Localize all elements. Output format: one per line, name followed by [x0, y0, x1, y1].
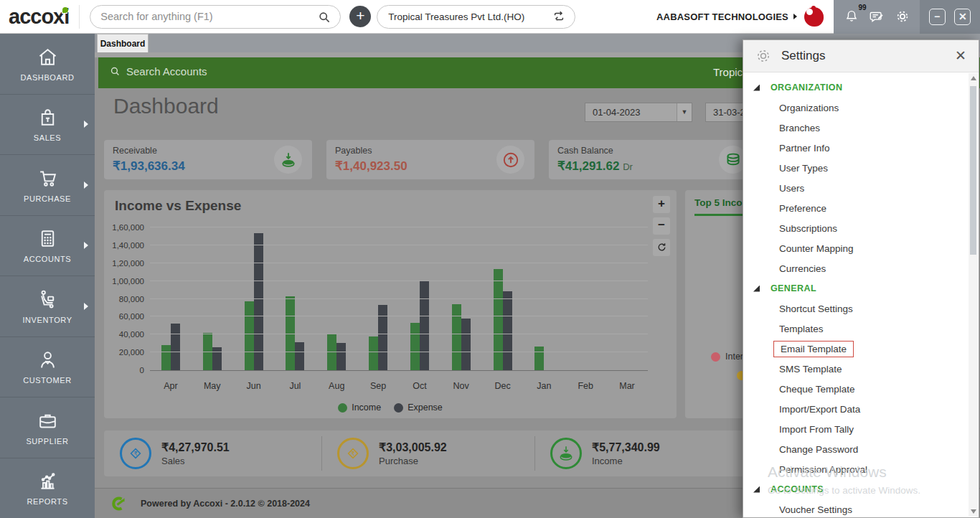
settings-item-user-types[interactable]: User Types: [743, 158, 979, 178]
sidebar-item-supplier[interactable]: SUPPLIER: [0, 397, 95, 458]
card-label: Receivable: [113, 146, 157, 156]
total-purchase[interactable]: ₹₹3,03,005.92Purchase: [321, 430, 534, 476]
sidebar-item-label: SUPPLIER: [26, 437, 68, 446]
settings-title: Settings: [781, 49, 825, 63]
settings-item-templates[interactable]: Templates: [743, 319, 979, 339]
refresh-icon: [656, 242, 667, 253]
global-search-input[interactable]: [100, 11, 316, 22]
search-accounts-icon: [109, 65, 121, 77]
zoom-out-button[interactable]: −: [653, 217, 670, 235]
settings-gear-icon[interactable]: [895, 9, 910, 24]
settings-item-permission-approval[interactable]: Permission Approval: [743, 459, 979, 479]
bar-group-feb: [565, 227, 606, 370]
x-axis-label: Jul: [274, 381, 316, 391]
settings-item-preference[interactable]: Preference: [743, 198, 979, 218]
y-axis-tick-label: 1,60,000: [101, 223, 144, 232]
date-from-field[interactable]: 01-04-2023 ▼: [585, 103, 692, 122]
sidebar-item-label: PURCHASE: [24, 194, 71, 203]
settings-item-users[interactable]: Users: [743, 178, 979, 198]
account-name[interactable]: AABASOFT TECHNOLOGIES: [656, 11, 788, 22]
chart-gridline: [150, 245, 648, 245]
settings-section-accounts[interactable]: ACCOUNTS: [743, 479, 979, 499]
sidebar-item-accounts[interactable]: ACCOUNTS: [0, 216, 95, 277]
y-axis-tick-label: 60,000: [101, 312, 144, 321]
settings-item-voucher-settings[interactable]: Voucher Settings: [743, 499, 979, 518]
close-button[interactable]: ✕: [954, 9, 971, 25]
zoom-in-button[interactable]: +: [653, 196, 670, 213]
settings-item-label: Subscriptions: [779, 223, 837, 234]
switch-company-icon[interactable]: [552, 9, 566, 24]
settings-item-cheque-template[interactable]: Cheque Template: [743, 379, 979, 399]
sidebar-item-inventory[interactable]: INVENTORY: [0, 276, 95, 337]
expense-bar-may: [212, 347, 222, 370]
total-income[interactable]: ₹5,77,340.99Income: [534, 430, 757, 476]
settings-item-label: Change Password: [779, 444, 858, 455]
feedback-message-icon[interactable]: [869, 9, 885, 24]
expense-bar-apr: [171, 324, 180, 370]
page-title: Dashboard: [113, 94, 219, 118]
settings-item-import-from-tally[interactable]: Import From Tally: [743, 419, 979, 439]
chart-gridline: [150, 334, 648, 334]
card-value: ₹41,291.62 Dr: [557, 159, 633, 174]
scrollbar-thumb[interactable]: [970, 86, 976, 255]
scroll-up-arrow-icon[interactable]: [971, 76, 976, 80]
chart-gridline: [150, 263, 648, 263]
user-avatar[interactable]: [804, 7, 824, 27]
x-axis-label: Nov: [440, 381, 482, 391]
settings-item-change-password[interactable]: Change Password: [743, 439, 979, 459]
settings-item-partner-info[interactable]: Partner Info: [743, 138, 979, 158]
settings-item-currencies[interactable]: Currencies: [743, 258, 979, 278]
global-search[interactable]: [90, 5, 341, 29]
pie-legend-dot-icon: [711, 352, 720, 362]
summary-card-payables[interactable]: Payables₹1,40,923.50: [326, 140, 534, 179]
notifications-bell-icon[interactable]: 99: [844, 9, 859, 24]
settings-item-import-export-data[interactable]: Import/Export Data: [743, 399, 979, 419]
y-axis-tick-label: 1,20,000: [101, 259, 144, 268]
settings-item-email-template[interactable]: Email Template: [743, 339, 979, 359]
settings-header: Settings ✕: [743, 40, 979, 72]
accounts-calculator-icon: [37, 227, 59, 250]
expense-bar-jul: [295, 342, 304, 370]
date-from-dropdown-icon[interactable]: ▼: [677, 103, 692, 121]
settings-item-sms-template[interactable]: SMS Template: [743, 359, 979, 379]
section-expand-icon[interactable]: [753, 486, 760, 493]
sidebar-item-sales[interactable]: SALES: [0, 95, 95, 156]
scroll-down-arrow-icon[interactable]: [971, 509, 976, 514]
settings-item-branches[interactable]: Branches: [743, 118, 979, 138]
expense-bar-oct: [420, 281, 429, 370]
company-selector[interactable]: Tropical Treasures Pvt Ltd.(HO): [377, 5, 575, 29]
sidebar-item-dashboard[interactable]: DASHBOARD: [0, 34, 95, 95]
sidebar-item-purchase[interactable]: PURCHASE: [0, 155, 95, 216]
quick-add-button[interactable]: +: [349, 6, 371, 27]
settings-item-shortcut-settings[interactable]: Shortcut Settings: [743, 298, 979, 319]
sidebar-item-customer[interactable]: CUSTOMER: [0, 337, 95, 398]
reports-chart-icon: [37, 470, 59, 492]
section-expand-icon[interactable]: [753, 286, 760, 292]
inventory-trolley-icon: [37, 288, 59, 311]
settings-item-counter-mapping[interactable]: Counter Mapping: [743, 238, 979, 258]
refresh-chart-button[interactable]: [653, 239, 670, 256]
minimize-button[interactable]: −: [929, 9, 946, 25]
legend-item-expense: Expense: [394, 402, 443, 413]
summary-card-cash-balance[interactable]: Cash Balance₹41,291.62 Dr: [549, 140, 757, 179]
settings-section-general[interactable]: GENERAL: [743, 278, 979, 298]
section-expand-icon[interactable]: [753, 85, 760, 91]
search-icon[interactable]: [317, 10, 331, 24]
accoxi-app: accoxi + Tropical Treasures Pvt Ltd.(HO)…: [0, 0, 980, 518]
bar-group-sep: [357, 227, 399, 370]
sidebar-item-reports[interactable]: REPORTS: [0, 458, 95, 518]
tab-dashboard[interactable]: Dashboard: [97, 34, 149, 52]
settings-item-label: Email Template: [773, 341, 854, 357]
settings-item-subscriptions[interactable]: Subscriptions: [743, 218, 979, 238]
bar-group-dec: [482, 227, 524, 370]
settings-item-organizations[interactable]: Organizations: [743, 98, 979, 118]
summary-card-receivable[interactable]: Receivable₹1,93,636.34: [104, 140, 312, 179]
settings-section-organization[interactable]: ORGANIZATION: [743, 77, 979, 98]
card-label: Payables: [335, 146, 372, 156]
settings-close-icon[interactable]: ✕: [953, 47, 969, 64]
income-bar-apr: [161, 345, 171, 370]
total-sales[interactable]: ₹₹4,27,970.51Sales: [104, 430, 321, 476]
expense-bar-aug: [336, 343, 346, 370]
settings-scrollbar[interactable]: [969, 73, 978, 517]
search-accounts[interactable]: Search Accounts: [109, 65, 207, 77]
